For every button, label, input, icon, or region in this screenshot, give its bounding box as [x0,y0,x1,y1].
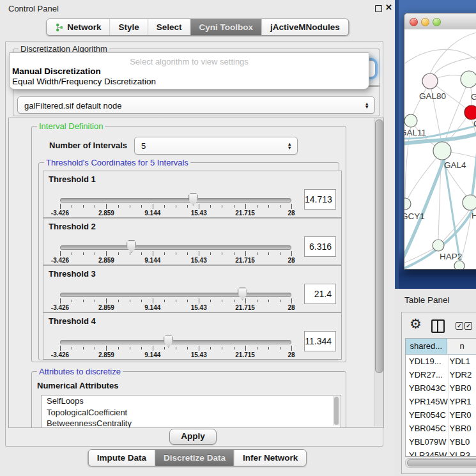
tab-network[interactable]: Network [47,19,109,35]
attribute-list-item-selfloops[interactable]: SelfLoops [42,395,341,407]
tick-mark [280,252,280,255]
tab-cyni-toolbox-label: Cyni Toolbox [199,22,254,32]
table-row[interactable]: YER054CYER0 [406,408,476,422]
scrollbar-thumb[interactable] [407,459,476,466]
table-data-group: Table Data galFiltered.sif default node … [13,85,380,116]
network-node-c[interactable] [464,105,476,119]
network-node-ga[interactable] [461,71,476,88]
column-header-name[interactable]: n [447,339,476,354]
threshold-value-field[interactable]: 21.4 [304,284,336,304]
checkbox-icon[interactable]: ✓ [464,322,472,330]
column-layout-icon[interactable] [431,319,445,333]
table-row[interactable]: YBR043CYBR0 [406,381,476,395]
numerical-attributes-list[interactable]: SelfLoopsTopologicalCoefficientBetweenne… [41,395,341,428]
network-canvas[interactable]: GAL80GACGAL11GAL4GCY1HHAP2 [404,29,476,269]
network-window[interactable]: GAL80GACGAL11GAL4GCY1HHAP2 [404,13,476,270]
tab-jactivemnodules[interactable]: jActiveMNodules [261,19,348,35]
checkbox-icon[interactable]: ✓ [456,322,463,330]
table-row[interactable]: YDL19...YDL1 [406,355,476,368]
tick-mark [164,252,165,255]
tick-label: 28 [288,210,295,217]
dropdown-prompt-item[interactable]: Select algorithm to view settings [10,57,369,66]
network-node-gal11[interactable] [404,114,417,127]
attribute-list-item-betweennesscentrality[interactable]: BetweennessCentrality [42,418,341,428]
zoom-traffic-light[interactable] [433,18,441,26]
slider-track [60,293,291,297]
threshold-slider[interactable]: -3.4262.8599.14415.4321.71528 [60,194,291,216]
table-data-selected-value: galFiltered.sif default node [24,100,121,110]
tick-label: -3.426 [51,210,69,217]
threshold-slider[interactable]: -3.4262.8599.14415.4321.71528 [60,242,291,263]
close-traffic-light[interactable] [410,18,418,26]
table-row[interactable]: YPR145WYPR1 [406,395,476,408]
tick-mark [210,347,211,349]
tick-mark [280,205,280,208]
threshold-value-field[interactable]: 11.344 [304,331,336,351]
tick-mark [60,251,61,256]
close-icon[interactable]: ✕ [385,3,392,12]
tick-label: 2.859 [98,210,114,217]
network-node[interactable] [454,261,464,269]
network-window-titlebar[interactable] [404,13,476,30]
network-node-hap2[interactable] [433,240,444,251]
tick-label: 21.715 [235,351,255,358]
threshold-value-field[interactable]: 14.713 [304,189,336,210]
dropdown-option-equal-width-frequency[interactable]: Equal Width/Frequency Discretization [12,77,156,86]
tick-mark [95,347,95,349]
table-data-combobox[interactable]: galFiltered.sif default node ▲▼ [17,96,375,114]
tick-mark [199,346,199,351]
column-header-shared-name[interactable]: shared... [406,339,447,354]
settings-vertical-scrollbar[interactable] [374,118,383,426]
tick-mark [72,347,72,349]
tab-select[interactable]: Select [148,19,190,35]
numerical-attributes-label: Numerical Attributes [37,381,118,390]
scrollbar-thumb[interactable] [375,119,383,373]
tab-discretize-data[interactable]: Discretize Data [155,450,234,466]
table-row[interactable]: YBL079WYBL0 [406,435,476,449]
table-row[interactable]: YLR345WYLR3 [406,449,476,457]
tab-discretize-data-label: Discretize Data [164,453,226,463]
threshold-value-field[interactable]: 6.316 [304,236,336,257]
tick-mark [291,251,292,256]
tick-mark [199,298,199,303]
tick-mark [60,346,61,351]
table-panel-title: Table Panel [404,295,450,305]
table-row[interactable]: YBR045CYBR0 [406,422,476,435]
tick-mark [141,205,142,208]
tab-infer-network[interactable]: Infer Network [234,450,306,466]
attribute-list-scrollbar[interactable] [333,396,340,426]
tab-cyni-toolbox[interactable]: Cyni Toolbox [190,19,262,35]
attribute-list-item-topologicalcoefficient[interactable]: TopologicalCoefficient [42,407,341,418]
table-horizontal-scrollbar[interactable] [405,458,476,468]
gear-icon[interactable]: ⚙ [410,316,422,332]
settings-scroll-pane: Interval Definition Number of Intervals … [8,118,384,428]
tick-mark [176,347,176,349]
network-node-gal4[interactable] [433,142,451,160]
threshold-slider[interactable]: -3.4262.8599.14415.4321.71528 [60,289,291,311]
node-attribute-table[interactable]: shared... n YDL19...YDL1YDR27...YDR2YBR0… [405,338,476,457]
tick-mark [176,205,176,208]
table-row[interactable]: YDR27...YDR2 [406,368,476,381]
minimize-traffic-light[interactable] [421,18,429,26]
network-node-h[interactable] [463,195,476,210]
network-node-gcy1[interactable] [404,198,411,210]
tab-style[interactable]: Style [109,19,147,35]
tick-mark [130,300,130,302]
cell-name: YLR3 [449,449,476,457]
dropdown-option-manual-discretization[interactable]: Manual Discretization [12,66,101,76]
apply-button[interactable]: Apply [169,429,217,445]
float-window-icon[interactable] [375,5,382,12]
number-of-intervals-combobox[interactable]: 5 ▲▼ [134,137,298,155]
tick-mark [130,205,130,208]
interval-definition-group: Interval Definition Number of Intervals … [31,126,346,362]
network-node-gal80[interactable] [422,73,438,89]
tab-impute-data[interactable]: Impute Data [89,450,155,466]
control-panel-titlebar: Control Panel ✕ [0,0,395,17]
tick-label: 2.859 [98,257,114,264]
tick-mark [234,347,234,349]
tick-mark [130,252,130,255]
threshold-slider[interactable]: -3.4262.8599.14415.4321.71528 [60,336,291,358]
tick-label: 9.144 [144,304,160,311]
tick-mark [95,205,95,208]
tick-mark [106,346,107,351]
